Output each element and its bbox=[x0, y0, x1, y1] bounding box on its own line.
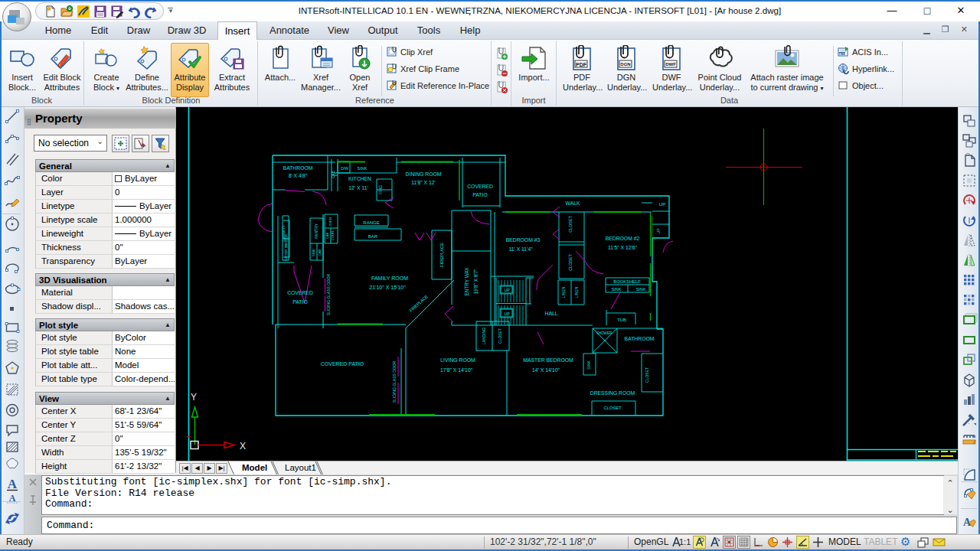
svg-text:FAMILY ROOM: FAMILY ROOM bbox=[371, 276, 408, 281]
svg-text:LINEN: LINEN bbox=[561, 286, 566, 298]
svg-text:BATHROOM: BATHROOM bbox=[283, 165, 313, 171]
svg-text:Y: Y bbox=[191, 392, 197, 403]
svg-text:CAB: CAB bbox=[325, 232, 329, 239]
svg-text:X: X bbox=[240, 441, 246, 452]
svg-text:CLOSET: CLOSET bbox=[568, 254, 573, 271]
svg-text:TUB: TUB bbox=[617, 318, 626, 322]
svg-text:FRIG: FRIG bbox=[378, 185, 383, 194]
svg-text:SINK: SINK bbox=[358, 166, 368, 171]
svg-text:FIREPLACE: FIREPLACE bbox=[439, 243, 444, 267]
svg-text:COVERED: COVERED bbox=[287, 290, 313, 295]
svg-text:CAB: CAB bbox=[318, 249, 322, 256]
svg-text:BEDROOM #2: BEDROOM #2 bbox=[606, 236, 640, 241]
svg-text:SINK: SINK bbox=[612, 287, 622, 292]
svg-text:8' X 4'8": 8' X 4'8" bbox=[289, 173, 308, 178]
svg-text:UP: UP bbox=[504, 288, 510, 292]
svg-text:BAR: BAR bbox=[368, 234, 378, 239]
svg-text:ENTRY WAY: ENTRY WAY bbox=[464, 267, 469, 296]
svg-text:DINING ROOM: DINING ROOM bbox=[406, 171, 442, 177]
svg-text:11' X 11'4": 11' X 11'4" bbox=[508, 246, 533, 252]
svg-text:OVEN: OVEN bbox=[328, 217, 332, 227]
svg-text:DWF: DWF bbox=[665, 62, 676, 67]
svg-text:BATHROOM: BATHROOM bbox=[625, 336, 655, 341]
svg-text:12' X 11': 12' X 11' bbox=[348, 185, 368, 191]
svg-text:UP: UP bbox=[504, 311, 510, 316]
svg-text:CLOSET: CLOSET bbox=[568, 216, 573, 233]
svg-text:HALL: HALL bbox=[544, 311, 557, 316]
svg-text:SINK: SINK bbox=[312, 249, 315, 256]
svg-text:PDF: PDF bbox=[576, 62, 587, 67]
svg-text:COUN: COUN bbox=[331, 231, 335, 240]
svg-text:KITCHEN: KITCHEN bbox=[348, 176, 371, 181]
svg-text:UP: UP bbox=[659, 202, 665, 207]
svg-text:17'8" X 14'10": 17'8" X 14'10" bbox=[440, 367, 473, 373]
svg-text:DRESSING ROOM: DRESSING ROOM bbox=[590, 390, 635, 396]
svg-text:COVERED: COVERED bbox=[467, 184, 493, 189]
svg-text:ACIS: ACIS bbox=[839, 52, 847, 56]
svg-text:PATIO: PATIO bbox=[292, 299, 307, 305]
svg-text:SLIDING GLASS DOOR: SLIDING GLASS DOOR bbox=[392, 360, 397, 403]
svg-text:SLIDING GLASS DOOR: SLIDING GLASS DOOR bbox=[326, 273, 331, 315]
svg-text:PANTRY: PANTRY bbox=[314, 223, 318, 238]
svg-text:SINK: SINK bbox=[636, 287, 646, 292]
svg-text:LANDING: LANDING bbox=[482, 328, 486, 344]
svg-text:SINK: SINK bbox=[586, 360, 591, 370]
svg-text:LINEN: LINEN bbox=[574, 286, 579, 298]
svg-text:D/W: D/W bbox=[341, 166, 348, 171]
svg-text:BOOKSHELF: BOOKSHELF bbox=[613, 279, 641, 284]
svg-text:PATIO: PATIO bbox=[472, 192, 487, 197]
svg-text:CLOSET: CLOSET bbox=[603, 406, 622, 410]
svg-text:WALK: WALK bbox=[565, 201, 580, 206]
svg-text:11'5" X 12'6": 11'5" X 12'6" bbox=[608, 245, 637, 250]
svg-text:RANGE: RANGE bbox=[363, 220, 379, 225]
svg-text:LIVING ROOM: LIVING ROOM bbox=[440, 357, 475, 363]
svg-text:WASHER: WASHER bbox=[284, 234, 288, 248]
svg-text:11'8" X 12': 11'8" X 12' bbox=[411, 180, 436, 185]
svg-text:MASTER BEDROOM: MASTER BEDROOM bbox=[523, 357, 573, 363]
svg-text:21'10" X 15'10": 21'10" X 15'10" bbox=[369, 285, 406, 290]
svg-text:CLOSET: CLOSET bbox=[645, 367, 649, 383]
svg-text:BEDROOM #3: BEDROOM #3 bbox=[506, 237, 541, 243]
svg-text:FIREPLACE: FIREPLACE bbox=[409, 294, 430, 313]
svg-text:19'8" X 8'7": 19'8" X 8'7" bbox=[473, 269, 479, 295]
svg-text:14' X 14'10": 14' X 14'10" bbox=[532, 367, 560, 373]
svg-text:SHOWER: SHOWER bbox=[596, 331, 612, 335]
svg-text:UP: UP bbox=[656, 228, 661, 234]
svg-text:CLOSET: CLOSET bbox=[498, 328, 502, 344]
svg-text:DRYER: DRYER bbox=[284, 249, 288, 261]
svg-text:CAB: CAB bbox=[332, 171, 335, 178]
svg-text:COVERED PATIO: COVERED PATIO bbox=[321, 361, 364, 367]
svg-text:DGN: DGN bbox=[620, 62, 630, 67]
